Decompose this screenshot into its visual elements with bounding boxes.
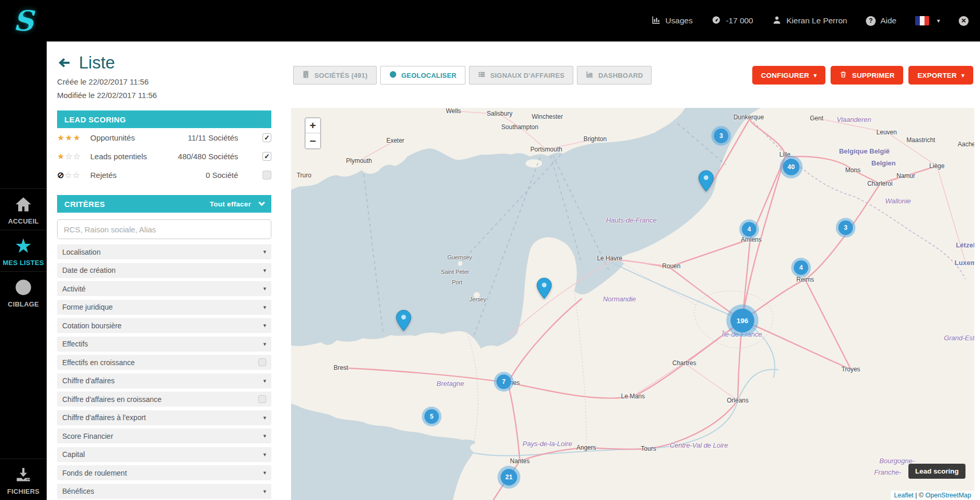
sidebar-item-mes-listes[interactable]: ★MES LISTES — [0, 230, 47, 271]
chevron-down-icon: ▾ — [263, 451, 266, 458]
filter-date-de-cr-ation[interactable]: Date de création▾ — [57, 263, 271, 278]
map-cluster-marker[interactable]: 7 — [494, 372, 514, 392]
map-cluster-marker[interactable]: 3 — [836, 218, 855, 238]
usages-barchart-icon — [651, 15, 661, 27]
lead-scoring-checkbox[interactable] — [263, 171, 271, 179]
collapse-chevron-icon[interactable] — [258, 199, 265, 206]
zoom-in-button[interactable]: + — [306, 118, 320, 133]
action-label: EXPORTER — [917, 72, 957, 79]
filter-checkbox[interactable] — [258, 395, 266, 403]
tab-soci-t-s-491-[interactable]: SOCIÉTÉS (491) — [293, 66, 377, 85]
tab-geolocaliser[interactable]: GEOLOCALISER — [380, 66, 465, 85]
supprimer-button[interactable]: SUPPRIMER — [831, 66, 903, 85]
page-title: Liste — [79, 53, 115, 73]
trash-icon — [839, 71, 847, 80]
user-name: Kieran Le Perron — [786, 16, 847, 25]
credits-indicator[interactable]: -17 000 — [711, 15, 753, 27]
tab-dashboard[interactable]: DASHBOARD — [577, 66, 652, 85]
lead-scoring-checkbox[interactable]: ✓ — [263, 152, 271, 161]
chart-icon — [586, 71, 593, 80]
map-pin-marker[interactable] — [698, 170, 714, 192]
app-logo[interactable]: S — [0, 0, 47, 41]
filter-label: Localisation — [62, 248, 263, 256]
tab-signaux-d-affaires[interactable]: SIGNAUX D'AFFAIRES — [469, 66, 573, 85]
filter-chiffre-d-affaires[interactable]: Chiffre d'affaires▾ — [57, 373, 271, 388]
modified-date: Modifiée le 22/02/2017 11:56 — [57, 91, 271, 100]
user-menu-item[interactable]: Kieran Le Perron — [772, 15, 847, 27]
tabs-row: SOCIÉTÉS (491)GEOLOCALISERSIGNAUX D'AFFA… — [293, 66, 652, 85]
sidebar-item-accueil[interactable]: ACCUEIL — [0, 188, 47, 230]
list-panel: Liste Créée le 22/02/2017 11:56 Modifiée… — [47, 41, 291, 500]
sidebar-item-label: ACCUEIL — [8, 217, 38, 225]
zoom-out-button[interactable]: − — [306, 133, 320, 148]
filter-forme-juridique[interactable]: Forme juridique▾ — [57, 300, 271, 315]
map-cluster-marker[interactable]: 40 — [780, 156, 803, 178]
cluster-count: 5 — [424, 409, 439, 424]
cluster-count: 40 — [783, 159, 799, 175]
sidebar-item-fichiers[interactable]: FICHIERS — [0, 459, 47, 500]
criteria-title: CRITÈRES — [64, 200, 105, 209]
filter-label: Capital — [62, 450, 263, 459]
lead-scoring-count: 11/11 Sociétés — [173, 133, 238, 142]
filter-capital[interactable]: Capital▾ — [57, 447, 271, 462]
filter-b-n-fices[interactable]: Bénéfices▾ — [57, 484, 271, 499]
map-pin-marker[interactable] — [396, 310, 411, 331]
map-zoom-control: + − — [305, 117, 321, 149]
configurer-button[interactable]: CONFIGURER▾ — [752, 66, 825, 85]
filter-localisation[interactable]: Localisation▾ — [57, 244, 271, 259]
exporter-button[interactable]: EXPORTER▾ — [908, 66, 973, 85]
filter-score-financier[interactable]: Score Financier▾ — [57, 428, 271, 443]
chevron-down-icon: ▾ — [814, 72, 817, 79]
map-cluster-marker[interactable]: 3 — [711, 126, 731, 146]
filter-fonds-de-roulement[interactable]: Fonds de roulement▾ — [57, 465, 271, 480]
filter-label: Effectifs — [62, 340, 263, 348]
map-container[interactable]: WellsSalisburyWinchesterSouthamptonBrigh… — [291, 108, 974, 500]
created-date: Créée le 22/02/2017 11:56 — [57, 77, 271, 86]
sidebar-item-ciblage[interactable]: CIBLAGE — [0, 271, 47, 313]
sidebar-nav: ACCUEIL★MES LISTESCIBLAGEFICHIERS — [0, 41, 47, 500]
language-selector[interactable]: ▾ — [915, 16, 940, 25]
map-cluster-marker[interactable]: 4 — [739, 219, 759, 239]
filter-label: Forme juridique — [62, 303, 263, 311]
filter-checkbox[interactable] — [258, 358, 266, 366]
cluster-count: 21 — [501, 469, 517, 485]
clear-all-button[interactable]: Tout effacer — [210, 200, 251, 208]
map-base-layer — [291, 108, 974, 500]
filter-activit-[interactable]: Activité▾ — [57, 281, 271, 296]
usages-menu-item[interactable]: Usages — [651, 15, 693, 27]
map-cluster-marker[interactable]: 196 — [726, 304, 758, 337]
filter-label: Date de création — [62, 266, 263, 274]
chevron-down-icon: ▾ — [263, 322, 266, 329]
filter-effectifs[interactable]: Effectifs▾ — [57, 337, 271, 352]
criteria-header: CRITÈRES Tout effacer — [57, 195, 271, 213]
map-pin-marker[interactable] — [536, 277, 552, 299]
lead-scoring-checkbox[interactable]: ✓ — [263, 133, 271, 142]
actions-row: CONFIGURER▾SUPPRIMEREXPORTER▾ — [752, 66, 973, 85]
rejected-icon: ⊘☆☆ — [57, 170, 90, 180]
map-cluster-marker[interactable]: 21 — [498, 466, 520, 489]
filter-chiffre-d-affaires-l-export[interactable]: Chiffre d'affaires à l'export▾ — [57, 410, 271, 425]
filter-label: Cotation boursière — [62, 322, 263, 330]
filter-label: Effectifs en croissance — [62, 358, 258, 367]
action-label: SUPPRIMER — [852, 72, 894, 79]
filter-chiffre-d-affaires-en-croissance[interactable]: Chiffre d'affaires en croissance — [57, 392, 271, 407]
leaflet-link[interactable]: Leaflet — [894, 492, 914, 499]
lead-scoring-title: LEAD SCORING — [64, 115, 126, 124]
building-icon — [302, 71, 310, 80]
download-icon — [15, 464, 32, 485]
map-cluster-marker[interactable]: 4 — [791, 258, 811, 277]
cluster-count: 4 — [742, 222, 756, 237]
filter-label: Chiffre d'affaires à l'export — [62, 413, 263, 422]
osm-link[interactable]: OpenStreetMap — [926, 492, 971, 499]
gauge-icon — [711, 15, 721, 27]
search-input[interactable] — [57, 219, 271, 239]
filter-label: Score Financier — [62, 432, 263, 440]
back-button[interactable] — [57, 56, 73, 70]
logout-button[interactable]: ✕ — [959, 16, 969, 26]
tab-label: SOCIÉTÉS (491) — [314, 72, 368, 79]
map-cluster-marker[interactable]: 5 — [422, 407, 441, 426]
filter-cotation-boursi-re[interactable]: Cotation boursière▾ — [57, 318, 271, 333]
filter-effectifs-en-croissance[interactable]: Effectifs en croissance — [57, 355, 271, 370]
chevron-down-icon: ▾ — [263, 267, 266, 274]
help-menu-item[interactable]: ? Aide — [866, 16, 896, 26]
